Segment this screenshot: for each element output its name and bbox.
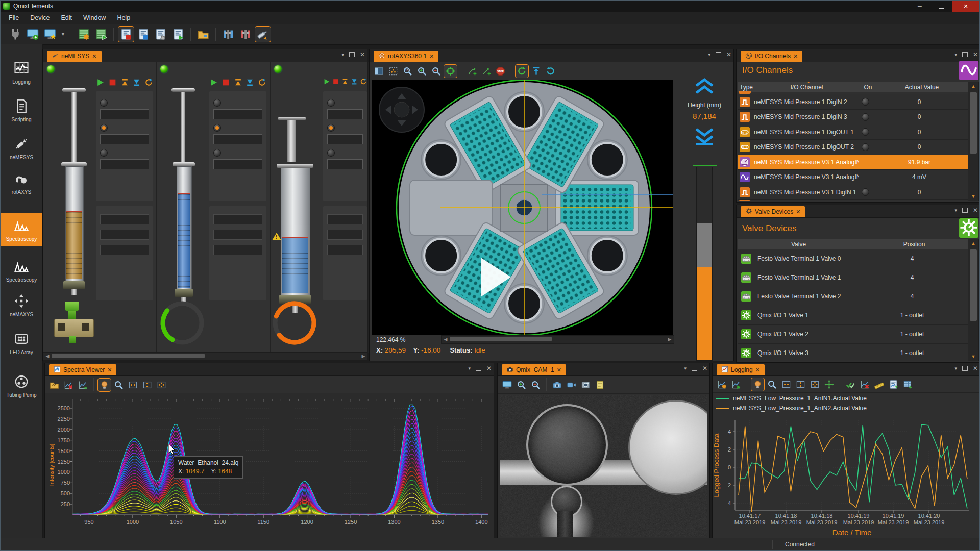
log-red-icon[interactable] (118, 27, 134, 42)
close-icon[interactable]: ✕ (793, 53, 798, 60)
empty-icon[interactable] (351, 78, 358, 85)
io-channel-row[interactable]: neMESYS Mid Pressure V3 1 AnalogIN 191.9… (738, 155, 968, 170)
volume-radio[interactable] (213, 99, 221, 107)
close-icon[interactable]: ✕ (702, 365, 707, 372)
close-icon[interactable]: ✕ (92, 53, 96, 60)
menu-file[interactable]: File (4, 13, 24, 23)
fit-all-icon[interactable] (155, 379, 168, 391)
close-icon[interactable]: ✕ (973, 51, 978, 58)
panel-menu-icon[interactable]: ▾ (708, 52, 710, 57)
flow-target-field[interactable] (100, 134, 149, 144)
folder-media-icon[interactable] (195, 27, 211, 42)
stop-pump-icon[interactable] (332, 78, 339, 85)
menu-device[interactable]: Device (25, 13, 55, 23)
tab-spectra-viewer[interactable]: Spectra Viewer✕ (49, 364, 116, 375)
stop-pump-icon[interactable] (222, 78, 230, 87)
panel-menu-icon[interactable]: ▾ (954, 52, 957, 57)
title-bar[interactable]: QmixElements ─ ✕ (1, 1, 979, 12)
home-up-icon[interactable] (530, 65, 543, 78)
fit-w-icon[interactable] (127, 379, 139, 391)
fit-w-icon[interactable] (780, 378, 793, 391)
actual-flow-field[interactable] (213, 230, 262, 240)
pump-red-icon[interactable] (238, 27, 253, 42)
sidebar-item-led-array[interactable]: LED Array (1, 326, 42, 360)
close-icon[interactable]: ✕ (429, 53, 434, 60)
valve-row[interactable]: Qmix I/O 1 Valve 11 - outlet (738, 306, 968, 325)
logging-chart[interactable]: 420-2-410:41:17Mai 23 201910:41:18Mai 23… (713, 413, 980, 539)
tab-rotaxys360[interactable]: 360rotAXYS360 1✕ (374, 51, 438, 62)
ruler-icon[interactable] (873, 378, 886, 391)
volume-target-field[interactable] (100, 109, 149, 119)
actual-level-field[interactable] (100, 245, 149, 255)
monitor-star-icon[interactable] (42, 27, 58, 42)
pump-blue-icon[interactable] (220, 27, 236, 42)
io-v-scrollbar[interactable]: ▲▼ (968, 82, 979, 201)
io-table-header[interactable]: TypeI/O Channel▲OnActual Value (738, 82, 968, 92)
sidebar-item-spectroscopy[interactable]: Spectroscopy (1, 254, 42, 287)
close-icon[interactable]: ✕ (486, 365, 492, 372)
chart-delete-icon[interactable] (62, 379, 75, 391)
start-pump-icon[interactable] (323, 78, 330, 85)
zoom-10-icon[interactable]: 10 (401, 65, 414, 78)
sidebar-item-rotaxys[interactable]: rotAXYS (1, 166, 42, 199)
chart-gear-icon[interactable] (716, 378, 728, 391)
monitor-add-icon[interactable] (25, 27, 40, 42)
on-switch[interactable] (862, 143, 869, 151)
rotate-icon[interactable] (516, 65, 528, 78)
zoom-out-icon[interactable] (529, 379, 542, 391)
refill-icon[interactable] (234, 78, 242, 87)
sidebar-item-tubing-pump[interactable]: Tubing Pump (1, 369, 42, 403)
io-channel-row[interactable]: 01neMESYS Mid Pressure 1 DigOUT 10 (738, 124, 968, 140)
on-switch[interactable] (862, 128, 869, 136)
zoom-in-icon[interactable] (515, 379, 528, 391)
io-channel-row[interactable]: neMESYS Mid Pressure V3 1 AnalogIN 24 mV (738, 170, 968, 185)
sidebar-item-nemaxys[interactable]: neMAXYS (1, 288, 42, 322)
valve-row[interactable]: 23Festo Valve Terminal 1 Valve 04 (738, 249, 968, 268)
valve-row[interactable]: Qmix I/O 1 Valve 31 - outlet (738, 344, 968, 361)
float-icon[interactable] (349, 52, 355, 57)
io-channel-row[interactable]: neMESYS Mid Pressure 1 DigIN 30 (738, 110, 968, 125)
close-icon[interactable]: ✕ (755, 367, 760, 373)
chart-play-icon[interactable] (730, 378, 743, 391)
actual-flow-field[interactable] (327, 230, 363, 240)
empty-icon[interactable] (246, 78, 254, 87)
move-pos2-icon[interactable] (480, 65, 493, 78)
flow-radio[interactable] (213, 124, 221, 132)
volume-target-field[interactable] (213, 109, 262, 119)
close-icon[interactable]: ✕ (973, 207, 978, 214)
on-switch[interactable] (862, 188, 869, 196)
video-icon[interactable] (565, 379, 578, 391)
actual-volume-field[interactable] (327, 214, 363, 224)
level-radio[interactable] (327, 149, 335, 157)
actual-volume-field[interactable] (213, 214, 262, 224)
layout-icon[interactable] (373, 65, 385, 78)
spectra-chart[interactable]: 9501000105011001150120012501300135014002… (45, 393, 494, 539)
close-icon[interactable]: ✕ (726, 51, 731, 58)
zoom-blue-icon[interactable] (112, 379, 125, 391)
chart-delete-icon[interactable] (859, 378, 871, 391)
tab-nemesys[interactable]: neMESYS✕ (47, 51, 102, 62)
float-icon[interactable] (692, 366, 697, 371)
panel-menu-icon[interactable]: ▾ (684, 366, 687, 371)
connect-icon[interactable] (8, 27, 23, 42)
on-switch[interactable] (862, 113, 869, 121)
display-icon[interactable] (501, 379, 513, 391)
dropdown-chevron-icon[interactable]: ▼ (61, 32, 65, 37)
zoom-out-icon[interactable] (430, 65, 443, 78)
refill-icon[interactable] (341, 78, 349, 85)
panel-menu-icon[interactable]: ▾ (341, 52, 344, 57)
valve-row[interactable]: 23Festo Valve Terminal 1 Valve 24 (738, 287, 968, 306)
actual-flow-field[interactable] (100, 230, 149, 240)
close-icon[interactable]: ✕ (796, 209, 800, 215)
valve-table-header[interactable]: ValvePosition (738, 239, 968, 250)
level-target-field[interactable] (100, 159, 149, 169)
calibrate-icon[interactable] (144, 78, 153, 87)
flow-target-field[interactable] (213, 134, 262, 144)
open-icon[interactable] (48, 379, 61, 391)
log-blue-icon[interactable] (136, 27, 151, 42)
on-switch[interactable] (862, 98, 869, 106)
snapshot-icon[interactable] (579, 379, 592, 391)
camera-h-scrollbar[interactable]: ◀ ▶ (441, 335, 674, 344)
log-edit-icon[interactable] (153, 27, 168, 42)
fit-all-icon[interactable] (808, 378, 821, 391)
